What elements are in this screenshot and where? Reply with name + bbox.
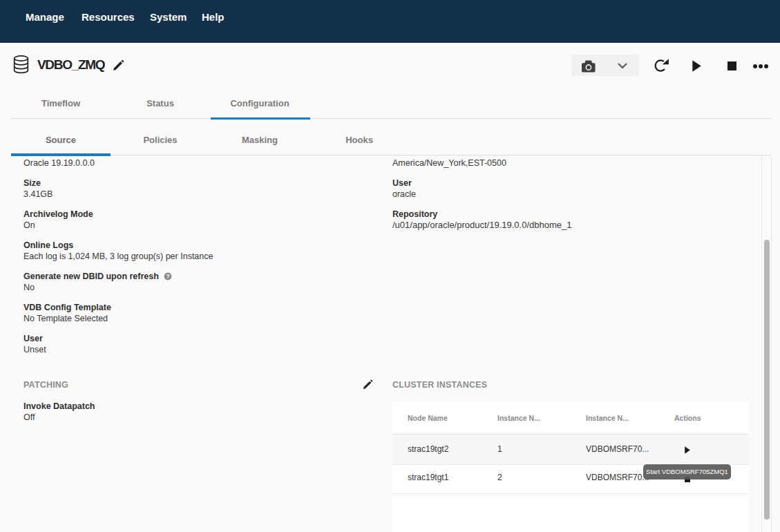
svg-text:?: ? (166, 273, 169, 280)
